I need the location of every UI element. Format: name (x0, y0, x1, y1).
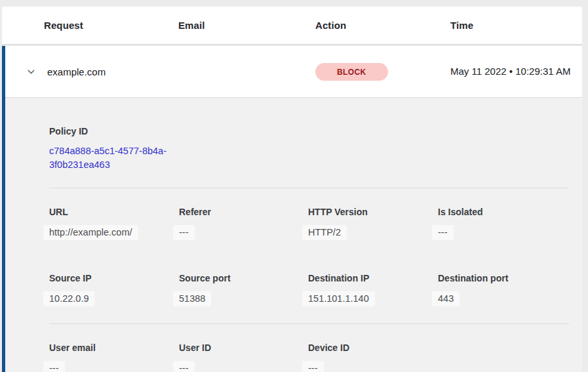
field-referer-value: --- (173, 225, 195, 240)
column-header-email: Email (178, 20, 315, 31)
field-http-version-value: HTTP/2 (302, 225, 347, 240)
field-device-id-value: --- (302, 361, 324, 372)
detail-row-http: URL http://example.com/ Referer --- HTTP… (49, 207, 569, 240)
field-device-id-label: Device ID (308, 342, 438, 353)
field-source-port-value: 51388 (173, 291, 211, 306)
field-user-email: User email --- (49, 342, 179, 372)
detail-row-network: Source IP 10.22.0.9 Source port 51388 De… (49, 273, 569, 306)
row-time-value: May 11 2022 • 10:29:31 AM (450, 64, 572, 79)
field-destination-ip-label: Destination IP (308, 273, 438, 283)
field-is-isolated: Is Isolated --- (438, 207, 569, 240)
field-referer-label: Referer (179, 207, 308, 217)
section-divider (49, 188, 569, 188)
field-referer: Referer --- (179, 207, 308, 240)
field-url-value: http://example.com/ (43, 225, 138, 240)
table-header-row: Request Email Action Time (2, 7, 582, 44)
column-header-request: Request (44, 20, 178, 31)
section-divider (49, 323, 569, 324)
field-destination-ip-value: 151.101.1.140 (302, 291, 375, 306)
column-header-time: Time (450, 20, 582, 31)
policy-id-link[interactable]: c784a888-a5c1-4577-8b4a-3f0b231ea463 (49, 144, 180, 172)
log-table-card: Request Email Action Time example.com (2, 7, 582, 372)
field-is-isolated-label: Is Isolated (438, 207, 569, 217)
field-user-id: User ID --- (179, 342, 308, 372)
field-destination-port: Destination port 443 (438, 273, 569, 306)
field-destination-port-label: Destination port (438, 273, 569, 283)
field-url: URL http://example.com/ (49, 207, 179, 240)
field-source-ip-label: Source IP (49, 273, 179, 283)
field-http-version-label: HTTP Version (308, 207, 438, 217)
policy-id-field: Policy ID c784a888-a5c1-4577-8b4a-3f0b23… (49, 126, 569, 172)
field-source-ip-value: 10.22.0.9 (43, 291, 94, 306)
chevron-down-icon (26, 66, 37, 77)
column-header-action: Action (315, 20, 450, 31)
expanded-row-container: example.com BLOCK May 11 2022 • 10:29:31… (2, 46, 582, 372)
field-source-ip: Source IP 10.22.0.9 (49, 273, 179, 306)
field-destination-port-value: 443 (432, 291, 460, 306)
row-request-value: example.com (47, 66, 178, 77)
policy-id-label: Policy ID (49, 126, 569, 136)
field-user-email-value: --- (43, 361, 65, 372)
field-destination-ip: Destination IP 151.101.1.140 (308, 273, 438, 306)
field-source-port-label: Source port (179, 273, 308, 283)
row-detail-panel: Policy ID c784a888-a5c1-4577-8b4a-3f0b23… (5, 98, 582, 372)
field-is-isolated-value: --- (432, 225, 454, 240)
field-user-id-value: --- (173, 361, 195, 372)
field-device-id: Device ID --- (308, 342, 438, 372)
status-badge-block: BLOCK (315, 63, 388, 81)
field-user-id-label: User ID (179, 342, 308, 353)
activity-log-page: Request Email Action Time example.com (0, 0, 588, 372)
row-action-cell: BLOCK (315, 63, 450, 81)
field-user-email-label: User email (49, 342, 179, 353)
detail-row-user: User email --- User ID --- Device ID --- (49, 342, 569, 372)
collapse-row-button[interactable] (26, 66, 47, 77)
field-url-label: URL (49, 207, 179, 217)
table-row[interactable]: example.com BLOCK May 11 2022 • 10:29:31… (5, 46, 582, 98)
field-source-port: Source port 51388 (179, 273, 308, 306)
field-http-version: HTTP Version HTTP/2 (308, 207, 438, 240)
